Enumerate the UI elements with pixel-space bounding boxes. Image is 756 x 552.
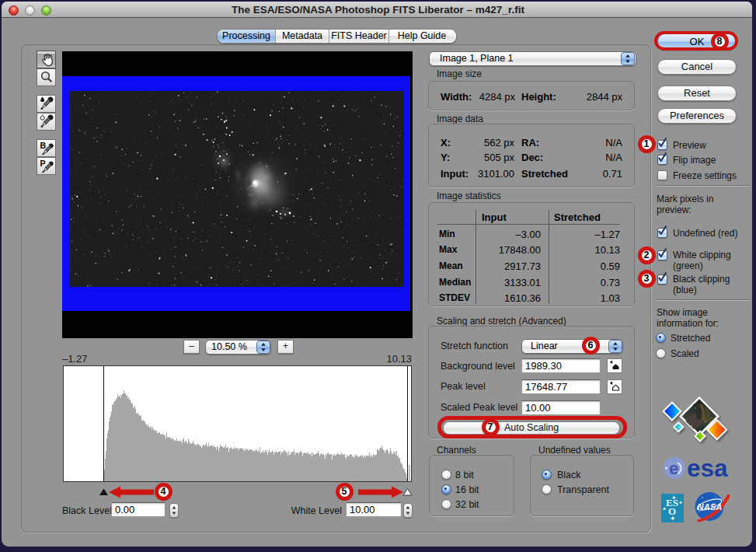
svg-text:esa: esa <box>687 455 728 482</box>
svg-text:✦: ✦ <box>678 500 683 505</box>
svg-text:P: P <box>40 159 46 168</box>
svg-text:B: B <box>40 141 47 150</box>
svg-text:✦: ✦ <box>671 494 677 501</box>
svg-text:NASA: NASA <box>698 502 723 512</box>
svg-text:✦: ✦ <box>670 515 676 522</box>
svg-text:e: e <box>669 459 678 478</box>
svg-text:✦: ✦ <box>662 506 667 512</box>
